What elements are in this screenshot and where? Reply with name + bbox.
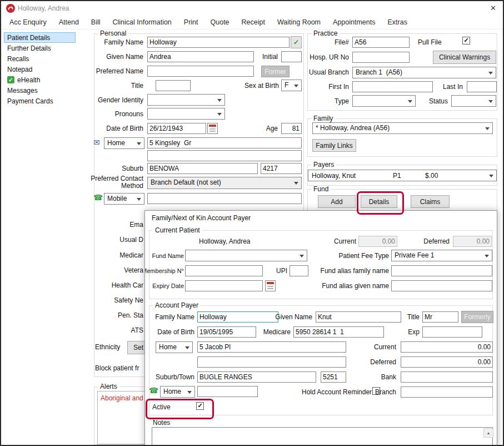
- ap-address-type-value: Home: [159, 343, 177, 351]
- sidebar-item-messages[interactable]: Messages: [4, 85, 76, 96]
- gender-identity-select[interactable]: [147, 94, 225, 106]
- ap-postcode-field[interactable]: [321, 371, 346, 383]
- sidebar-item-recalls[interactable]: Recalls: [4, 53, 76, 64]
- close-icon[interactable]: ✕: [490, 4, 496, 12]
- type-select[interactable]: [352, 95, 416, 107]
- app-window: Holloway, Andrea ✕ Acc Enquiry Attend Bi…: [0, 0, 504, 446]
- cp-deferred-label: Deferred: [423, 237, 450, 245]
- menu-appointments[interactable]: Appointments: [327, 17, 381, 28]
- preferred-name-field[interactable]: [147, 66, 254, 77]
- fund-alias-family-field[interactable]: [391, 265, 492, 276]
- address-type-select[interactable]: Home: [104, 137, 144, 149]
- ap-address-type-select[interactable]: Home: [156, 341, 193, 353]
- family-name-field[interactable]: [147, 37, 290, 48]
- address-line1-field[interactable]: [147, 137, 302, 148]
- family-member-select[interactable]: * Holloway, Andrea (A56): [312, 122, 493, 134]
- active-checkbox[interactable]: ✓: [196, 402, 204, 410]
- check-icon: ✓: [197, 402, 202, 409]
- verify-name-button[interactable]: ✓: [291, 36, 302, 48]
- suburb-field[interactable]: [147, 163, 258, 174]
- postcode-field[interactable]: [261, 163, 302, 174]
- sidebar-item-further-details[interactable]: Further Details: [4, 43, 76, 53]
- calendar-icon[interactable]: [265, 280, 276, 291]
- menu-extras[interactable]: Extras: [381, 17, 413, 28]
- block-patient-label-clipped: Block patient fr: [95, 364, 139, 372]
- ap-branch-field[interactable]: [401, 386, 493, 398]
- initial-field[interactable]: [281, 51, 302, 62]
- sex-at-birth-select[interactable]: F: [281, 80, 302, 91]
- current-patient-group-label: Current Patient: [153, 226, 202, 234]
- sidebar-item-payment-cards[interactable]: Payment Cards: [4, 96, 76, 106]
- payer-select[interactable]: Holloway, Knut P1 $.00: [308, 170, 497, 181]
- first-in-field[interactable]: [352, 81, 433, 92]
- calendar-icon[interactable]: [207, 123, 218, 134]
- fund-alias-given-field[interactable]: [391, 280, 492, 291]
- mail-icon: ✉: [93, 138, 100, 147]
- scroll-up-button[interactable]: ▲: [483, 428, 493, 438]
- ap-given-name-field[interactable]: [316, 311, 401, 323]
- sidebar-item-patient-details[interactable]: Patient Details: [4, 32, 76, 43]
- sidebar-item-ehealth[interactable]: ✓eHealth: [4, 75, 76, 85]
- clinical-warnings-button[interactable]: Clinical Warnings: [433, 51, 496, 64]
- type-label: Type: [335, 97, 349, 105]
- menu-acc-enquiry[interactable]: Acc Enquiry: [3, 17, 53, 28]
- ap-phone-type-select[interactable]: Home: [160, 386, 195, 398]
- address-line2-field[interactable]: [147, 150, 302, 161]
- menu-clinical-information[interactable]: Clinical Information: [107, 17, 178, 28]
- payer-name: Holloway, Knut: [312, 172, 356, 180]
- ap-current-field[interactable]: [401, 341, 493, 353]
- ap-exp-field[interactable]: [422, 326, 482, 338]
- fund-claims-button[interactable]: Claims: [411, 195, 450, 208]
- ethnicity-label: Ethnicity: [95, 343, 120, 351]
- fund-details-button[interactable]: Details: [361, 195, 397, 208]
- fund-add-button[interactable]: Add: [318, 195, 356, 208]
- fund-name-select[interactable]: [185, 250, 307, 261]
- menu-print[interactable]: Print: [178, 17, 204, 28]
- ap-suburb-field[interactable]: [197, 371, 316, 383]
- pull-file-checkbox[interactable]: ✓: [462, 37, 470, 44]
- notes-textarea[interactable]: [152, 427, 493, 446]
- menu-waiting-room[interactable]: Waiting Room: [271, 17, 327, 28]
- last-in-field[interactable]: [467, 81, 497, 92]
- hosp-ur-field[interactable]: [352, 52, 410, 63]
- ap-title-field[interactable]: [422, 311, 458, 323]
- usual-branch-select[interactable]: Branch 1 (A56): [352, 67, 496, 78]
- ap-medicare-field[interactable]: [293, 326, 384, 338]
- date-of-birth-field[interactable]: [147, 123, 206, 134]
- pronouns-select[interactable]: [147, 108, 225, 120]
- ap-dob-field[interactable]: [197, 326, 256, 338]
- veteran-label-clipped: Vetera: [124, 266, 143, 274]
- health-care-label-clipped: Health Car: [112, 281, 143, 289]
- menu-attend[interactable]: Attend: [53, 17, 85, 28]
- menu-receipt[interactable]: Receipt: [236, 17, 271, 28]
- phone-number-field[interactable]: [147, 193, 302, 204]
- age-field[interactable]: [281, 123, 302, 134]
- sidebar-item-label: Messages: [7, 87, 38, 95]
- phone-type-select[interactable]: Mobile: [104, 193, 144, 205]
- file-number-field[interactable]: [352, 37, 410, 48]
- membership-number-field[interactable]: [185, 265, 263, 276]
- ap-bank-field[interactable]: [401, 371, 493, 383]
- upi-field[interactable]: [290, 265, 308, 276]
- menu-bill[interactable]: Bill: [85, 17, 107, 28]
- sidebar-item-label: eHealth: [17, 76, 40, 84]
- patient-fee-type-select[interactable]: Private Fee 1: [391, 250, 492, 261]
- sidebar-item-label: Payment Cards: [7, 97, 53, 105]
- expiry-date-field[interactable]: [185, 280, 263, 291]
- ap-family-name-field[interactable]: [197, 311, 278, 323]
- family-links-button[interactable]: Family Links: [312, 139, 356, 152]
- menu-bar: Acc Enquiry Attend Bill Clinical Informa…: [1, 16, 503, 29]
- given-name-field[interactable]: [147, 51, 254, 62]
- title-field[interactable]: [156, 80, 191, 91]
- ap-address-line1-field[interactable]: [197, 341, 346, 353]
- ap-phone-number-field[interactable]: [197, 386, 258, 397]
- fund-name-label: Fund Name: [152, 252, 184, 259]
- ap-address-line2-field[interactable]: [197, 356, 346, 368]
- menu-quote[interactable]: Quote: [204, 17, 236, 28]
- ap-deferred-field[interactable]: [401, 356, 493, 368]
- sidebar-item-notepad[interactable]: Notepad: [4, 64, 76, 75]
- status-select[interactable]: [451, 95, 496, 107]
- payer-amount: $.00: [425, 172, 438, 180]
- usual-doctor-label-clipped: Usual D: [119, 236, 143, 244]
- preferred-contact-method-select[interactable]: Branch Default (not set): [147, 177, 302, 189]
